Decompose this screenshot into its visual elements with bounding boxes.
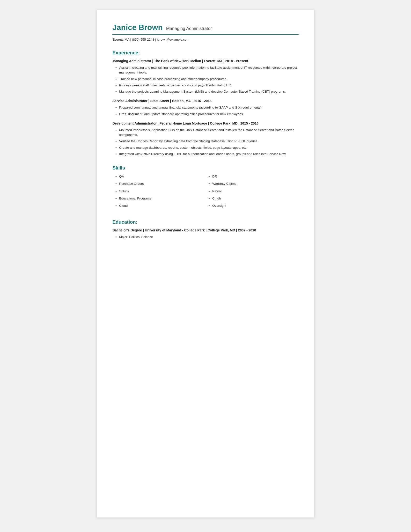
- skills-grid: QA Purchase Orders Splunk Educational Pr…: [112, 174, 299, 211]
- header-job-title: Managing Administrator: [166, 26, 212, 31]
- job-header-1: Managing Administrator | The Bank of New…: [112, 59, 299, 63]
- job-entry-1: Managing Administrator | The Bank of New…: [112, 59, 299, 94]
- contact-separator-1: |: [130, 38, 132, 41]
- resume-document: Janice Brown Managing Administrator Ever…: [97, 10, 314, 517]
- skill-item: DR: [212, 174, 299, 179]
- location: Everett, MA: [112, 38, 129, 41]
- skill-item: Cloud: [119, 203, 206, 208]
- bullet-item: Integrated with Active Directory using L…: [119, 152, 299, 156]
- job-entry-3: Development Administrator | Federal Home…: [112, 121, 299, 156]
- skills-right-column: DR Warranty Claims Payroll Cmdb Oversigh…: [206, 174, 299, 211]
- name-title-row: Janice Brown Managing Administrator: [112, 23, 299, 32]
- skill-item: Payroll: [212, 189, 299, 194]
- bullet-item: Create and manage dashboards, reports, c…: [119, 145, 299, 150]
- skills-section: Skills QA Purchase Orders Splunk Educati…: [112, 165, 299, 211]
- header-section: Janice Brown Managing Administrator Ever…: [112, 23, 299, 41]
- skill-item: Splunk: [119, 189, 206, 194]
- skills-section-title: Skills: [112, 165, 299, 171]
- education-section-title: Education:: [112, 219, 299, 225]
- bullet-item: Major: Political Science: [119, 235, 299, 239]
- phone: (850) 555-2248: [132, 38, 154, 41]
- bullet-item: Verified the Cognos Report by extracting…: [119, 139, 299, 144]
- job-entry-2: Service Administrator | State Street | B…: [112, 99, 299, 116]
- skill-item: Warranty Claims: [212, 181, 299, 186]
- bullet-item: Assist in creating and maintaining resou…: [119, 65, 299, 75]
- skill-item: Cmdb: [212, 196, 299, 201]
- bullet-item: Draft, document, and update standard ope…: [119, 112, 299, 116]
- bullet-item: Mounted Peopletools, Application CDs on …: [119, 128, 299, 138]
- education-header-1: Bachelor's Degree | University of Maryla…: [112, 228, 299, 232]
- job-header-3: Development Administrator | Federal Home…: [112, 121, 299, 125]
- contact-info: Everett, MA | (850) 555-2248 | jbrown@ex…: [112, 38, 299, 41]
- full-name: Janice Brown: [112, 23, 163, 32]
- skills-left-column: QA Purchase Orders Splunk Educational Pr…: [112, 174, 206, 211]
- job-bullets-1: Assist in creating and maintaining resou…: [112, 65, 299, 94]
- skill-item: Oversight: [212, 203, 299, 208]
- education-entry-1: Bachelor's Degree | University of Maryla…: [112, 228, 299, 239]
- bullet-item: Prepared semi-annual and annual financia…: [119, 105, 299, 110]
- job-header-2: Service Administrator | State Street | B…: [112, 99, 299, 103]
- experience-section-title: Experience:: [112, 50, 299, 56]
- header-divider: [112, 34, 299, 35]
- job-bullets-2: Prepared semi-annual and annual financia…: [112, 105, 299, 116]
- email: jbrown@example.com: [157, 38, 189, 41]
- skill-item: Educational Programs: [119, 196, 206, 201]
- skill-item: Purchase Orders: [119, 181, 206, 186]
- bullet-item: Process weekly staff timesheets, expense…: [119, 83, 299, 88]
- education-section: Education: Bachelor's Degree | Universit…: [112, 219, 299, 239]
- skill-item: QA: [119, 174, 206, 179]
- bullet-item: Trained new personnel in cash processing…: [119, 77, 299, 82]
- education-bullets-1: Major: Political Science: [112, 235, 299, 239]
- bullet-item: Manage the projects Learning Management …: [119, 89, 299, 94]
- job-bullets-3: Mounted Peopletools, Application CDs on …: [112, 128, 299, 156]
- experience-section: Experience: Managing Administrator | The…: [112, 50, 299, 156]
